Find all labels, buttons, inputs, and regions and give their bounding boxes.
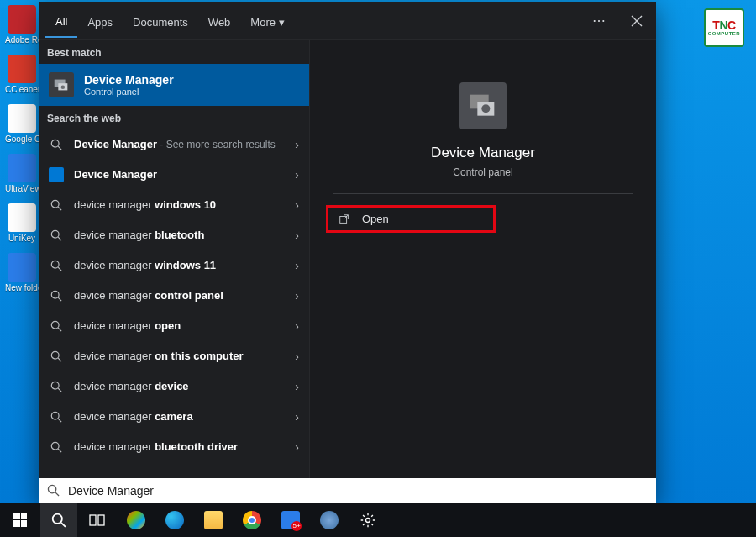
copilot-icon — [127, 511, 145, 529]
desktop-icon[interactable]: CCleaner — [5, 55, 39, 94]
search-icon — [49, 288, 64, 303]
edge-icon — [165, 511, 184, 529]
chevron-right-icon: › — [295, 138, 299, 151]
search-icon — [49, 258, 64, 273]
taskbar-app-settings[interactable] — [349, 503, 386, 537]
search-icon — [49, 349, 64, 364]
svg-point-2 — [61, 85, 66, 89]
taskbar-app-generic[interactable]: 5+ — [272, 503, 309, 537]
svg-point-25 — [481, 104, 490, 113]
taskbar-app-explorer[interactable] — [195, 503, 232, 537]
chevron-right-icon: › — [295, 410, 299, 424]
search-result-item[interactable]: device manager control panel› — [39, 281, 309, 311]
search-icon — [49, 440, 64, 455]
search-icon — [51, 513, 66, 528]
app-icon — [8, 154, 36, 182]
desktop-icon-label: New folder — [5, 283, 39, 292]
desktop-icon[interactable]: Google Chrome — [5, 104, 39, 144]
search-icon — [49, 197, 64, 213]
search-tab[interactable]: Apps — [77, 5, 123, 37]
svg-point-27 — [48, 485, 55, 492]
svg-rect-32 — [98, 515, 104, 525]
close-icon[interactable] — [624, 10, 649, 32]
search-result-item[interactable]: device manager windows 10› — [39, 190, 309, 220]
search-input[interactable] — [68, 484, 648, 498]
result-text: device manager windows 11 — [74, 259, 285, 272]
svg-point-5 — [51, 200, 59, 208]
svg-line-22 — [58, 449, 61, 452]
best-match-title: Device Manager — [84, 73, 174, 87]
chevron-right-icon: › — [295, 198, 299, 212]
search-icon — [49, 409, 64, 424]
search-result-item[interactable]: device manager bluetooth› — [39, 220, 309, 250]
svg-line-8 — [58, 237, 61, 240]
taskbar-app-chrome[interactable] — [234, 503, 270, 537]
search-tab[interactable]: More ▾ — [240, 5, 294, 37]
search-tab[interactable]: Web — [198, 5, 241, 37]
taskbar-app-copilot[interactable] — [118, 503, 155, 537]
search-result-item[interactable]: device manager windows 11› — [39, 250, 309, 281]
desktop-icon-label: CCleaner — [5, 85, 39, 94]
desktop: Adobe Reader CCleaner Google Chrome Ultr… — [0, 0, 756, 537]
search-result-item[interactable]: device manager device› — [39, 371, 309, 402]
svg-point-29 — [53, 513, 62, 523]
svg-line-14 — [58, 328, 61, 331]
search-result-item[interactable]: Device Manager› — [39, 160, 309, 190]
chevron-right-icon: › — [295, 380, 299, 393]
desktop-icon[interactable]: UniKey — [5, 203, 39, 243]
chevron-right-icon: › — [295, 168, 299, 182]
search-result-item[interactable]: device manager bluetooth driver› — [39, 432, 309, 462]
svg-line-4 — [58, 146, 61, 150]
taskbar-app-edge[interactable] — [156, 503, 193, 537]
result-text: device manager open — [74, 319, 285, 333]
search-icon — [47, 484, 60, 497]
search-result-item[interactable]: Device Manager - See more search results… — [39, 129, 309, 160]
chevron-right-icon: › — [295, 319, 299, 333]
best-match-subtitle: Control panel — [84, 87, 174, 97]
svg-line-20 — [58, 419, 61, 422]
search-result-item[interactable]: device manager on this computer› — [39, 341, 309, 371]
open-button[interactable]: Open — [327, 206, 495, 232]
svg-line-10 — [58, 267, 61, 271]
taskbar-search-button[interactable] — [40, 503, 77, 537]
more-options-icon[interactable]: ⋯ — [585, 8, 612, 34]
svg-point-3 — [51, 140, 59, 147]
result-text: device manager camera — [74, 410, 285, 424]
desktop-icon[interactable]: New folder — [5, 253, 39, 292]
desktop-icon[interactable]: Adobe Reader — [5, 5, 39, 45]
tnc-logo-text: TNC — [712, 19, 735, 31]
taskbar: 5+ — [0, 503, 756, 537]
app-icon — [8, 203, 36, 232]
tnc-logo-subtext: COMPUTER — [708, 31, 740, 36]
section-search-web: Search the web — [39, 106, 309, 129]
search-icon — [49, 137, 64, 152]
desktop-icon-label: UltraViewer — [5, 184, 39, 193]
search-bar[interactable] — [39, 478, 656, 503]
chevron-right-icon: › — [295, 289, 299, 303]
taskbar-app-shield[interactable] — [311, 503, 348, 537]
detail-title: Device Manager — [431, 145, 535, 161]
svg-point-19 — [51, 412, 59, 419]
result-text: Device Manager — [74, 168, 285, 182]
desktop-icon-column: Adobe Reader CCleaner Google Chrome Ultr… — [5, 5, 39, 292]
search-result-item[interactable]: device manager camera› — [39, 402, 309, 432]
search-tab[interactable]: All — [45, 4, 77, 38]
search-panel-body: Best match Device Manager Control panel … — [39, 40, 656, 502]
shield-icon — [320, 511, 339, 529]
windows-icon — [13, 513, 27, 527]
start-search-panel: AllAppsDocumentsWebMore ▾ ⋯ Best match D… — [39, 2, 656, 502]
search-result-item[interactable]: device manager open› — [39, 311, 309, 341]
svg-point-7 — [51, 230, 59, 238]
search-tab[interactable]: Documents — [123, 5, 198, 37]
svg-line-18 — [58, 388, 61, 392]
svg-line-28 — [55, 492, 59, 496]
svg-line-30 — [61, 522, 66, 526]
best-match-result[interactable]: Device Manager Control panel — [39, 64, 309, 106]
task-view-button[interactable] — [79, 503, 116, 537]
svg-point-11 — [51, 291, 59, 298]
desktop-icon[interactable]: UltraViewer — [5, 154, 39, 193]
app-icon: 5+ — [281, 511, 300, 529]
start-button[interactable] — [2, 503, 39, 537]
app-icon — [8, 253, 36, 282]
detail-separator — [333, 193, 633, 194]
